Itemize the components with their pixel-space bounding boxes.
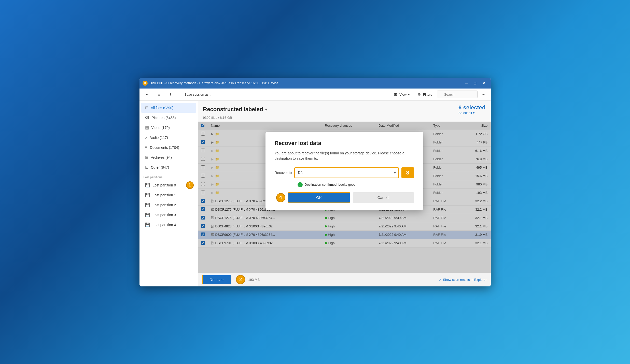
step-badge-2: 2 bbox=[236, 275, 245, 284]
destination-select[interactable]: D:\ bbox=[295, 168, 391, 178]
select-all-label: Select all bbox=[458, 111, 472, 115]
step-badge-1: 1 bbox=[186, 181, 194, 189]
sidebar-item-lost-partition-3[interactable]: 💾 Lost partition 3 bbox=[141, 210, 196, 220]
sidebar-item-lost-partition-2[interactable]: 💾 Lost partition 2 bbox=[141, 200, 196, 210]
browse-button[interactable]: 3 bbox=[401, 167, 414, 178]
cancel-button[interactable]: Cancel bbox=[353, 192, 414, 203]
archives-icon: ⊟ bbox=[145, 155, 148, 160]
toolbar: ← ⌂ ⬇ Save session as... ⊞ View ▾ ⚙ Filt… bbox=[139, 89, 491, 101]
more-button[interactable]: ··· bbox=[480, 90, 488, 98]
sidebar-item-lost-partition-0[interactable]: 💾 Lost partition 0 1 bbox=[141, 180, 196, 190]
dialog-destination-row: Recover to D:\ ▾ 3 bbox=[275, 167, 414, 178]
sidebar-item-label: Lost partition 0 bbox=[153, 183, 176, 187]
sidebar-item-label: Lost partition 1 bbox=[153, 193, 176, 197]
select-all-chevron-icon: ▾ bbox=[473, 111, 475, 115]
content-header-row: Reconstructed labeled ▾ 6 selected Selec… bbox=[203, 104, 486, 115]
lost-partition-1-icon: 💾 bbox=[145, 193, 150, 197]
confirmed-text: Destination confirmed. Looks good! bbox=[305, 183, 357, 186]
search-wrap: 🔍 bbox=[437, 91, 478, 98]
sidebar-item-label: Lost partition 3 bbox=[153, 213, 176, 217]
sidebar-item-documents[interactable]: ≡ Documents (1704) bbox=[141, 143, 196, 152]
show-scan-label: Show scan results in Explorer bbox=[443, 278, 486, 282]
main-window: D Disk Drill - All recovery methods - Ha… bbox=[139, 78, 491, 286]
view-icon: ⊞ bbox=[393, 92, 398, 97]
sidebar-item-other[interactable]: ⊡ Other (847) bbox=[141, 163, 196, 172]
view-chevron-icon: ▾ bbox=[408, 93, 410, 96]
sidebar-item-label: Lost partition 2 bbox=[153, 203, 176, 207]
all-files-icon: ⊞ bbox=[145, 105, 148, 110]
bottom-bar: Recover 2 193 MB ↗ Show scan results in … bbox=[198, 273, 491, 286]
sidebar-item-label: Archives (94) bbox=[151, 155, 172, 159]
maximize-button[interactable]: □ bbox=[471, 80, 479, 86]
home-button[interactable]: ⌂ bbox=[154, 90, 164, 98]
lost-partition-0-icon: 💾 bbox=[145, 183, 150, 187]
select-arrow-icon: ▾ bbox=[391, 171, 398, 175]
filters-icon: ⚙ bbox=[417, 92, 422, 97]
dialog-actions: 4 OK Cancel bbox=[275, 192, 414, 203]
content-header: Reconstructed labeled ▾ 6 selected Selec… bbox=[198, 101, 491, 120]
main-area: ⊞ All files (9390) 🖼 Pictures (6458) ▦ V… bbox=[139, 101, 491, 286]
home-icon: ⌂ bbox=[157, 92, 161, 97]
show-scan-link[interactable]: ↗ Show scan results in Explorer bbox=[439, 278, 486, 282]
save-session-label: Save session as... bbox=[185, 93, 212, 96]
sidebar-item-label: Video (170) bbox=[151, 126, 170, 130]
recover-button[interactable]: Recover bbox=[202, 275, 232, 284]
sidebar-item-pictures[interactable]: 🖼 Pictures (6458) bbox=[141, 113, 196, 123]
select-all-button[interactable]: Select all ▾ bbox=[458, 111, 485, 115]
title-chevron-icon[interactable]: ▾ bbox=[265, 107, 267, 112]
selected-count: 6 selected bbox=[458, 104, 485, 111]
sidebar-item-label: Documents (1704) bbox=[150, 145, 179, 150]
download-button[interactable]: ⬇ bbox=[166, 90, 176, 98]
view-label: View bbox=[399, 93, 407, 96]
back-button[interactable]: ← bbox=[143, 90, 152, 98]
sidebar-item-all-files[interactable]: ⊞ All files (9390) bbox=[141, 103, 196, 113]
content-title: Reconstructed labeled bbox=[203, 106, 263, 113]
confirmed-check-icon: ✓ bbox=[298, 182, 303, 187]
content-title-wrap: Reconstructed labeled ▾ bbox=[203, 106, 267, 113]
other-icon: ⊡ bbox=[145, 165, 148, 170]
save-session-button[interactable]: Save session as... bbox=[182, 90, 214, 98]
lost-partition-3-icon: 💾 bbox=[145, 212, 150, 217]
view-button[interactable]: ⊞ View ▾ bbox=[391, 90, 412, 98]
bottom-info-text: 193 MB bbox=[248, 278, 260, 282]
sidebar-item-video[interactable]: ▦ Video (170) bbox=[141, 123, 196, 133]
dialog-title: Recover lost data bbox=[275, 140, 414, 147]
minimize-button[interactable]: ─ bbox=[463, 80, 470, 86]
selection-info: 6 selected Select all ▾ bbox=[458, 104, 485, 115]
close-button[interactable]: ✕ bbox=[480, 80, 488, 86]
titlebar: D Disk Drill - All recovery methods - Ha… bbox=[139, 78, 491, 89]
app-icon: D bbox=[143, 81, 148, 86]
sidebar-item-label: Pictures (6458) bbox=[152, 116, 176, 120]
filters-label: Filters bbox=[423, 93, 432, 96]
audio-icon: ♪ bbox=[145, 135, 147, 140]
sidebar-item-audio[interactable]: ♪ Audio (117) bbox=[141, 133, 196, 142]
filters-button[interactable]: ⚙ Filters bbox=[414, 90, 435, 98]
lost-partition-4-icon: 💾 bbox=[145, 222, 150, 227]
content-subtitle: 9390 files / 8.16 GB bbox=[203, 116, 486, 120]
ok-button[interactable]: OK bbox=[288, 192, 350, 203]
sidebar-item-label: Audio (117) bbox=[150, 136, 168, 140]
sidebar-item-archives[interactable]: ⊟ Archives (94) bbox=[141, 153, 196, 162]
sidebar: ⊞ All files (9390) 🖼 Pictures (6458) ▦ V… bbox=[139, 101, 198, 286]
window-controls: ─ □ ✕ bbox=[463, 80, 488, 86]
lost-partition-2-icon: 💾 bbox=[145, 202, 150, 207]
sidebar-item-label: Other (847) bbox=[151, 165, 169, 169]
window-title: Disk Drill - All recovery methods - Hard… bbox=[150, 81, 461, 85]
destination-select-wrap: D:\ ▾ bbox=[294, 167, 399, 178]
search-input[interactable] bbox=[437, 91, 478, 98]
export-icon: ↗ bbox=[439, 278, 441, 282]
table-wrap[interactable]: Name Recovery chances Date Modified Type… bbox=[198, 122, 491, 273]
documents-icon: ≡ bbox=[145, 145, 147, 150]
content-body: Name Recovery chances Date Modified Type… bbox=[198, 120, 491, 286]
destination-confirmed: ✓ Destination confirmed. Looks good! bbox=[275, 182, 414, 187]
sidebar-item-lost-partition-4[interactable]: 💾 Lost partition 4 bbox=[141, 220, 196, 230]
dialog-body: You are about to recover the file(s) fou… bbox=[275, 151, 414, 161]
back-icon: ← bbox=[145, 92, 150, 97]
sidebar-item-label: All files (9390) bbox=[151, 106, 174, 110]
recover-to-label: Recover to bbox=[275, 171, 292, 175]
download-icon: ⬇ bbox=[169, 92, 173, 97]
toolbar-separator bbox=[179, 91, 179, 97]
sidebar-item-label: Lost partition 4 bbox=[153, 223, 176, 227]
pictures-icon: 🖼 bbox=[145, 115, 149, 120]
sidebar-item-lost-partition-1[interactable]: 💾 Lost partition 1 bbox=[141, 190, 196, 200]
